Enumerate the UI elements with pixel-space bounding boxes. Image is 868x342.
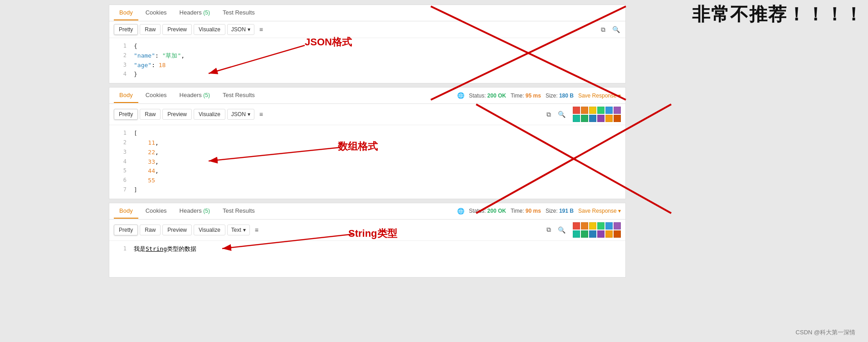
format-select-3[interactable]: Text ▾ bbox=[227, 225, 250, 235]
panel1-tabs: Body Cookies Headers (5) Test Results bbox=[109, 5, 625, 21]
tab-testresults-2[interactable]: Test Results bbox=[217, 88, 260, 103]
code-line-2-6: 6 55 bbox=[114, 176, 621, 186]
toolbar-3: Pretty Raw Preview Visualize Text ▾ ≡ ⧉ … bbox=[109, 220, 625, 241]
swatch-dkpurple[interactable] bbox=[597, 115, 605, 122]
code-line-2-7: 7 ] bbox=[114, 186, 621, 195]
code-line-1-3: 3 "age": 18 bbox=[114, 61, 621, 70]
toolbar-right-1: ⧉ 🔍 bbox=[598, 24, 621, 34]
save-response-3[interactable]: Save Response ▾ bbox=[578, 208, 621, 214]
swatch-blue[interactable] bbox=[605, 107, 613, 114]
size-label-3: Size: 191 B bbox=[546, 208, 574, 214]
swatch-gold-3[interactable] bbox=[605, 230, 613, 238]
swatch-orange[interactable] bbox=[581, 107, 588, 114]
color-swatches-3 bbox=[573, 222, 621, 238]
globe-icon-2: 🌐 bbox=[457, 92, 464, 99]
swatch-green[interactable] bbox=[597, 107, 605, 114]
swatch-teal[interactable] bbox=[573, 115, 580, 122]
copy-icon-1[interactable]: ⧉ bbox=[598, 24, 608, 34]
tab-body-1[interactable]: Body bbox=[114, 5, 138, 20]
tab-cookies-3[interactable]: Cookies bbox=[140, 204, 172, 219]
btn-visualize-2[interactable]: Visualize bbox=[194, 109, 225, 120]
globe-icon-3: 🌐 bbox=[457, 208, 464, 215]
format-select-1[interactable]: JSON ▾ bbox=[227, 24, 254, 35]
filter-icon-1[interactable]: ≡ bbox=[256, 24, 266, 34]
swatch-gold[interactable] bbox=[605, 115, 613, 122]
filter-icon-3[interactable]: ≡ bbox=[252, 225, 262, 235]
filter-icon-2[interactable]: ≡ bbox=[256, 109, 266, 119]
code-line-2-5: 5 44, bbox=[114, 166, 621, 176]
toolbar-2: Pretty Raw Preview Visualize JSON ▾ ≡ ⧉ … bbox=[109, 104, 625, 125]
btn-preview-3[interactable]: Preview bbox=[162, 225, 192, 235]
code-area-3: 1 我是String类型的数据 bbox=[109, 241, 625, 277]
swatch-red[interactable] bbox=[573, 107, 580, 114]
save-response-2[interactable]: Save Response ▾ bbox=[578, 93, 621, 99]
toolbar-1: Pretty Raw Preview Visualize JSON ▾ ≡ ⧉ … bbox=[109, 21, 625, 38]
format-label-2: JSON bbox=[231, 111, 246, 117]
swatch-dkorange[interactable] bbox=[614, 115, 621, 122]
btn-pretty-1[interactable]: Pretty bbox=[114, 24, 138, 35]
btn-raw-1[interactable]: Raw bbox=[140, 24, 161, 35]
swatch-blue-3[interactable] bbox=[605, 222, 613, 230]
tab-headers-1[interactable]: Headers (5) bbox=[174, 5, 215, 20]
swatch-teal-3[interactable] bbox=[573, 230, 580, 238]
tab-cookies-2[interactable]: Cookies bbox=[140, 88, 172, 103]
size-label-2: Size: 180 B bbox=[546, 93, 574, 99]
btn-preview-1[interactable]: Preview bbox=[162, 24, 192, 35]
swatch-dkgreen[interactable] bbox=[581, 115, 588, 122]
format-label-3: Text bbox=[231, 227, 241, 233]
tab-cookies-1[interactable]: Cookies bbox=[140, 5, 172, 20]
code-line-1-2: 2 "name": "草加", bbox=[114, 51, 621, 61]
btn-preview-2[interactable]: Preview bbox=[162, 109, 192, 120]
swatch-dkpurple-3[interactable] bbox=[597, 230, 605, 238]
status-label-3: Status: 200 OK bbox=[469, 208, 506, 214]
swatch-yellow-3[interactable] bbox=[589, 222, 596, 230]
search-icon-1[interactable]: 🔍 bbox=[611, 24, 621, 34]
code-line-1-4: 4 } bbox=[114, 70, 621, 79]
code-line-1-1: 1 { bbox=[114, 42, 621, 51]
btn-visualize-1[interactable]: Visualize bbox=[194, 24, 225, 35]
chevron-down-icon-2: ▾ bbox=[248, 111, 250, 117]
tab-testresults-3[interactable]: Test Results bbox=[217, 204, 260, 219]
copy-icon-2[interactable]: ⧉ bbox=[544, 109, 554, 119]
time-label-3: Time: 90 ms bbox=[511, 208, 541, 214]
btn-pretty-3[interactable]: Pretty bbox=[114, 225, 138, 235]
code-line-3-1: 1 我是String类型的数据 bbox=[114, 244, 621, 254]
swatch-green-3[interactable] bbox=[597, 222, 605, 230]
btn-visualize-3[interactable]: Visualize bbox=[194, 225, 225, 235]
panel3-tabs: Body Cookies Headers (5) Test Results 🌐 … bbox=[109, 203, 625, 220]
swatch-dkblue-3[interactable] bbox=[589, 230, 596, 238]
time-label-2: Time: 95 ms bbox=[511, 93, 541, 99]
btn-raw-2[interactable]: Raw bbox=[140, 109, 161, 120]
code-line-2-1: 1 [ bbox=[114, 129, 621, 138]
swatch-dkgreen-3[interactable] bbox=[581, 230, 588, 238]
format-select-2[interactable]: JSON ▾ bbox=[227, 109, 254, 120]
tab-testresults-1[interactable]: Test Results bbox=[217, 5, 260, 20]
swatch-red-3[interactable] bbox=[573, 222, 580, 230]
toolbar-right-2: ⧉ 🔍 bbox=[544, 107, 621, 122]
panel-array: Body Cookies Headers (5) Test Results 🌐 … bbox=[109, 87, 626, 199]
btn-raw-3[interactable]: Raw bbox=[140, 225, 161, 235]
swatch-dkorange-3[interactable] bbox=[614, 230, 621, 238]
swatch-purple-3[interactable] bbox=[614, 222, 621, 230]
btn-pretty-2[interactable]: Pretty bbox=[114, 109, 138, 120]
code-area-1: 1 { 2 "name": "草加", 3 "age": 18 4 } bbox=[109, 38, 625, 83]
main-container: Body Cookies Headers (5) Test Results Pr… bbox=[0, 0, 868, 286]
tab-headers-2[interactable]: Headers (5) bbox=[174, 88, 215, 103]
swatch-purple[interactable] bbox=[614, 107, 621, 114]
format-label-1: JSON bbox=[231, 26, 246, 33]
panel-json: Body Cookies Headers (5) Test Results Pr… bbox=[109, 5, 626, 83]
copy-icon-3[interactable]: ⧉ bbox=[544, 225, 554, 235]
swatch-yellow[interactable] bbox=[589, 107, 596, 114]
watermark: CSDN @科大第一深情 bbox=[795, 328, 855, 337]
search-icon-3[interactable]: 🔍 bbox=[556, 225, 566, 235]
tab-headers-3[interactable]: Headers (5) bbox=[174, 204, 215, 219]
color-swatches-2 bbox=[573, 107, 621, 122]
panel2-status: 🌐 Status: 200 OK Time: 95 ms Size: 180 B… bbox=[457, 92, 621, 99]
swatch-orange-3[interactable] bbox=[581, 222, 588, 230]
search-icon-2[interactable]: 🔍 bbox=[556, 109, 566, 119]
tab-body-2[interactable]: Body bbox=[114, 88, 138, 103]
swatch-dkblue[interactable] bbox=[589, 115, 596, 122]
panel3-status: 🌐 Status: 200 OK Time: 90 ms Size: 191 B… bbox=[457, 208, 621, 215]
tab-body-3[interactable]: Body bbox=[114, 204, 138, 219]
code-line-2-2: 2 11, bbox=[114, 138, 621, 148]
